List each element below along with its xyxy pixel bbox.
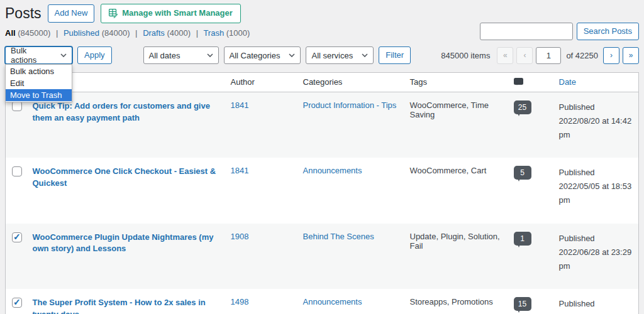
bulk-actions-selected-value: Bulk actions xyxy=(11,46,52,65)
post-author-link[interactable]: 1498 xyxy=(231,297,249,306)
posts-table: Title Author Categories Tags Date Quick … xyxy=(5,72,639,314)
comment-count-badge[interactable]: 25 xyxy=(514,100,531,114)
comments-column-icon[interactable] xyxy=(514,78,523,85)
prev-page-button[interactable]: ‹ xyxy=(516,47,533,64)
column-header-tags: Tags xyxy=(404,73,508,92)
search-box: Search Posts xyxy=(480,23,639,40)
post-status: Published xyxy=(559,234,595,243)
post-categories-link[interactable]: Behind The Scenes xyxy=(303,232,374,241)
last-page-button[interactable]: » xyxy=(623,47,639,64)
smart-manager-grid-icon xyxy=(109,9,118,18)
smart-manager-label: Manage with Smart Manager xyxy=(122,8,233,19)
post-categories-link[interactable]: Announcements xyxy=(303,166,362,175)
separator: | xyxy=(56,28,58,38)
services-filter-select[interactable]: All services xyxy=(306,46,374,64)
view-filter-all[interactable]: All (845000) xyxy=(5,28,53,38)
chevron-down-icon xyxy=(362,53,368,57)
post-title-link[interactable]: WooCommerce Plugin Update Nightmares (my… xyxy=(33,232,218,256)
row-checkbox[interactable] xyxy=(12,298,22,308)
comment-count-badge[interactable]: 15 xyxy=(514,297,531,311)
current-page-input[interactable] xyxy=(536,47,561,64)
view-filter-drafts[interactable]: Drafts (4000) xyxy=(143,28,193,38)
column-header-author: Author xyxy=(225,73,297,92)
dropdown-option-edit[interactable]: Edit xyxy=(6,77,72,89)
column-header-date[interactable]: Date xyxy=(559,77,576,87)
chevron-down-icon xyxy=(207,53,213,57)
dates-filter-select[interactable]: All dates xyxy=(143,46,219,64)
posts-table-header: Title Author Categories Tags Date xyxy=(6,73,639,92)
post-title-link[interactable]: WooCommerce One Click Checkout - Easiest… xyxy=(33,166,218,190)
table-row: WooCommerce Plugin Update Nightmares (my… xyxy=(6,224,639,289)
first-page-button[interactable]: « xyxy=(497,47,513,64)
chevron-down-icon xyxy=(60,53,67,57)
search-posts-button[interactable]: Search Posts xyxy=(577,23,639,40)
post-date: 2022/08/20 at 14:42 pm xyxy=(559,116,632,139)
post-status: Published xyxy=(559,168,595,177)
search-input[interactable] xyxy=(480,23,573,40)
add-new-button[interactable]: Add New xyxy=(48,4,95,22)
filter-button[interactable]: Filter xyxy=(379,46,411,64)
table-row: WooCommerce One Click Checkout - Easiest… xyxy=(6,158,639,223)
categories-filter-select[interactable]: All Categories xyxy=(224,46,301,64)
post-date: 2022/05/05 at 18:53 pm xyxy=(559,181,632,205)
total-pages-label: of 42250 xyxy=(564,51,600,60)
separator: | xyxy=(135,28,137,38)
services-filter-value: All services xyxy=(311,51,353,60)
column-header-categories: Categories xyxy=(297,73,404,92)
comment-count-badge[interactable]: 1 xyxy=(514,232,531,246)
post-categories-link[interactable]: Product Information - Tips xyxy=(303,100,397,110)
row-checkbox[interactable] xyxy=(12,101,22,111)
table-row: Quick Tip: Add orders for customers and … xyxy=(6,92,639,158)
post-tags: Update, Plugin, Solution, Fail xyxy=(410,232,500,251)
post-tags: WooCommerce, Time Saving xyxy=(410,100,489,119)
chevron-down-icon xyxy=(289,53,295,57)
post-author-link[interactable]: 1841 xyxy=(231,100,249,110)
post-title-link[interactable]: Quick Tip: Add orders for customers and … xyxy=(33,100,218,124)
bulk-actions-dropdown: Bulk actions Edit Move to Trash xyxy=(5,64,72,102)
apply-button[interactable]: Apply xyxy=(77,46,112,64)
posts-admin-page: Posts Add New Manage with Smart Manager … xyxy=(0,0,644,314)
pagination: 845000 items « ‹ of 42250 › » xyxy=(441,47,639,64)
post-status: Published xyxy=(559,102,595,112)
post-title-link[interactable]: The Super Profit System - How to 2x sale… xyxy=(33,297,218,314)
page-header: Posts Add New Manage with Smart Manager xyxy=(5,0,639,23)
post-date: 2022/06/28 at 23:29 pm xyxy=(559,247,632,271)
post-tags: WooCommerce, Cart xyxy=(410,166,487,175)
dropdown-option-move-to-trash[interactable]: Move to Trash xyxy=(6,89,72,101)
next-page-button[interactable]: › xyxy=(603,47,619,64)
row-checkbox[interactable] xyxy=(12,232,22,242)
view-filter-trash[interactable]: Trash (1000) xyxy=(203,28,250,38)
row-checkbox[interactable] xyxy=(12,166,22,176)
posts-table-body: Quick Tip: Add orders for customers and … xyxy=(6,92,639,314)
dropdown-option-bulk-actions[interactable]: Bulk actions xyxy=(6,65,72,77)
table-row: The Super Profit System - How to 2x sale… xyxy=(6,289,639,314)
table-toolbar: Bulk actions Bulk actions Edit Move to T… xyxy=(5,46,639,65)
page-title: Posts xyxy=(5,5,42,23)
comment-count-badge[interactable]: 5 xyxy=(514,166,531,180)
post-author-link[interactable]: 1841 xyxy=(231,166,249,175)
bulk-actions-select[interactable]: Bulk actions Bulk actions Edit Move to T… xyxy=(5,46,72,64)
post-categories-link[interactable]: Announcements xyxy=(303,297,362,306)
smart-manager-button[interactable]: Manage with Smart Manager xyxy=(101,4,241,23)
view-filter-published[interactable]: Published (84000) xyxy=(64,28,132,38)
items-count: 845000 items xyxy=(441,51,490,60)
post-author-link[interactable]: 1908 xyxy=(231,232,249,241)
categories-filter-value: All Categories xyxy=(230,51,280,60)
dates-filter-value: All dates xyxy=(149,51,180,60)
post-tags: Storeapps, Promotions xyxy=(410,297,493,306)
post-status: Published xyxy=(559,299,595,308)
separator: | xyxy=(196,28,198,38)
